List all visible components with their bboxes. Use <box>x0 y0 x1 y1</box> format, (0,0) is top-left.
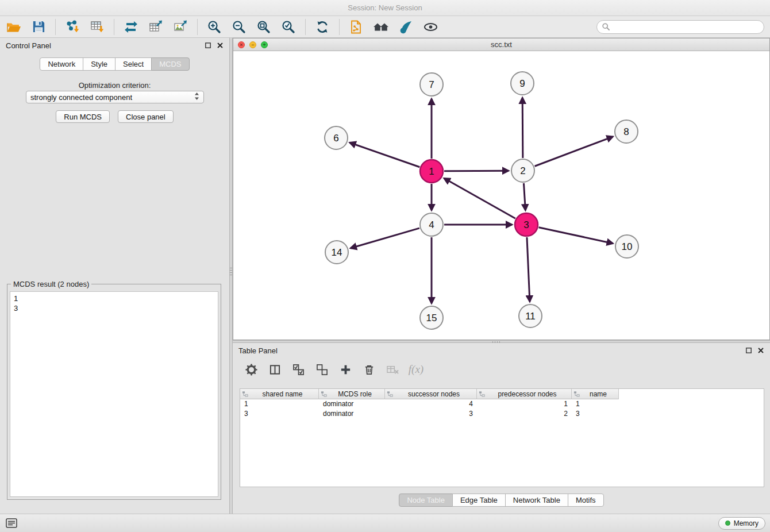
float-table-panel-button[interactable] <box>745 347 752 354</box>
apply-style-button[interactable] <box>398 19 414 35</box>
network-node-15[interactable]: 15 <box>420 306 443 329</box>
search-input[interactable] <box>613 22 759 31</box>
table-cell[interactable]: 3 <box>385 409 477 419</box>
command-panel-button[interactable] <box>5 516 18 530</box>
tab-network[interactable]: Network <box>40 57 83 71</box>
zoom-selected-button[interactable] <box>280 19 297 35</box>
network-node-7[interactable]: 7 <box>420 73 443 96</box>
network-edge-4-14[interactable] <box>351 228 419 248</box>
table-cell[interactable]: 1 <box>572 399 619 409</box>
table-cell[interactable]: 1 <box>477 399 572 409</box>
table-cell[interactable]: 3 <box>572 409 619 419</box>
close-panel-action-button[interactable]: Close panel <box>118 110 174 123</box>
network-edge-3-1[interactable] <box>444 178 515 218</box>
network-node-3[interactable]: 3 <box>515 213 538 236</box>
function-builder-button[interactable]: f(x) <box>409 363 423 376</box>
column-header-predecessor-nodes[interactable]: predecessor nodes <box>477 389 572 399</box>
network-edge-1-6[interactable] <box>350 142 420 167</box>
column-header-shared-name[interactable]: shared name <box>240 389 319 399</box>
import-network-button[interactable] <box>64 19 80 35</box>
network-edge-3-10[interactable] <box>538 228 613 244</box>
column-header-successor-nodes[interactable]: successor nodes <box>385 389 477 399</box>
network-edge-1-2[interactable] <box>444 171 509 171</box>
delete-table-button[interactable] <box>386 363 399 376</box>
add-column-button[interactable] <box>338 363 352 376</box>
network-overview-button[interactable] <box>348 19 364 35</box>
network-node-11[interactable]: 11 <box>519 304 542 327</box>
export-table-icon <box>148 20 163 34</box>
network-edge-3-11[interactable] <box>527 237 530 302</box>
network-node-1[interactable]: 1 <box>420 160 443 183</box>
tab-mcds[interactable]: MCDS <box>151 57 189 71</box>
table-cell[interactable]: dominator <box>319 409 385 419</box>
network-edge-2-9[interactable] <box>522 98 523 158</box>
table-tab-motifs[interactable]: Motifs <box>568 494 604 507</box>
table-cell[interactable]: 3 <box>240 409 319 419</box>
table-settings-button[interactable] <box>244 363 258 376</box>
splitter-grip <box>230 268 232 276</box>
close-icon <box>758 348 764 353</box>
table-tab-edge-table[interactable]: Edge Table <box>452 494 506 507</box>
delete-column-button[interactable] <box>362 363 376 376</box>
network-node-4[interactable]: 4 <box>420 213 443 236</box>
zoom-in-button[interactable] <box>206 19 222 35</box>
graphics-details-button[interactable] <box>422 19 438 35</box>
export-table-button[interactable] <box>148 19 164 35</box>
deselect-all-button[interactable] <box>315 363 329 376</box>
window-titlebar: Session: New Session <box>0 0 770 16</box>
network-node-8[interactable]: 8 <box>615 120 638 143</box>
column-label: name <box>580 390 617 398</box>
table-cell[interactable]: 1 <box>240 399 319 409</box>
network-node-10[interactable]: 10 <box>615 235 638 258</box>
table-tab-network-table[interactable]: Network Table <box>505 494 568 507</box>
network-edge-2-8[interactable] <box>535 137 613 166</box>
table-tab-node-table[interactable]: Node Table <box>399 494 453 507</box>
search-icon <box>602 23 610 30</box>
import-table-button[interactable] <box>89 19 105 35</box>
search-field[interactable] <box>596 20 764 34</box>
select-all-button[interactable] <box>291 363 305 376</box>
export-network-button[interactable] <box>123 19 139 35</box>
delete-table-icon <box>386 364 399 376</box>
column-header-name[interactable]: name <box>572 389 619 399</box>
first-neighbors-button[interactable] <box>373 19 389 35</box>
tab-style[interactable]: Style <box>83 57 116 71</box>
table-panel-title: Table Panel <box>238 346 278 355</box>
table-row[interactable]: 3dominator323 <box>240 409 764 419</box>
table-cell[interactable]: 2 <box>477 409 572 419</box>
status-bar: Memory <box>0 514 770 532</box>
open-session-button[interactable] <box>6 19 22 35</box>
network-canvas[interactable]: 7968124314101511 <box>233 51 769 340</box>
table-cell[interactable]: dominator <box>319 399 385 409</box>
memory-button[interactable]: Memory <box>718 517 765 530</box>
apply-layout-button[interactable] <box>314 19 330 35</box>
column-label: MCDS role <box>327 390 383 398</box>
fit-content-button[interactable] <box>256 19 272 35</box>
node-label: 6 <box>333 133 338 144</box>
criterion-select[interactable]: strongly connected component <box>26 91 204 103</box>
close-table-panel-button[interactable] <box>757 347 764 354</box>
toolbar-separator <box>55 19 56 35</box>
tab-select[interactable]: Select <box>115 57 152 71</box>
toolbar-separator <box>305 19 306 35</box>
network-node-9[interactable]: 9 <box>511 72 534 95</box>
network-edge-2-3[interactable] <box>523 183 525 210</box>
application-window: Session: New Session <box>0 0 770 532</box>
export-image-button[interactable] <box>172 19 188 35</box>
float-panel-button[interactable] <box>205 42 211 49</box>
network-node-2[interactable]: 2 <box>511 159 534 182</box>
zoom-out-button[interactable] <box>231 19 247 35</box>
mcds-result-list[interactable]: 13 <box>10 291 218 497</box>
network-node-6[interactable]: 6 <box>325 126 348 149</box>
column-header-mcds-role[interactable]: MCDS role <box>319 389 385 399</box>
save-session-button[interactable] <box>30 19 47 35</box>
table-cell[interactable]: 4 <box>385 399 477 409</box>
network-node-14[interactable]: 14 <box>325 241 348 264</box>
run-mcds-button[interactable]: Run MCDS <box>56 110 110 123</box>
column-visibility-button[interactable] <box>268 363 282 376</box>
zoom-selected-icon <box>281 20 296 34</box>
close-panel-button[interactable] <box>217 42 224 49</box>
toolbar-separator <box>114 19 114 35</box>
table-row[interactable]: 1dominator411 <box>240 399 764 409</box>
table-toolbar: f(x) <box>238 358 423 381</box>
